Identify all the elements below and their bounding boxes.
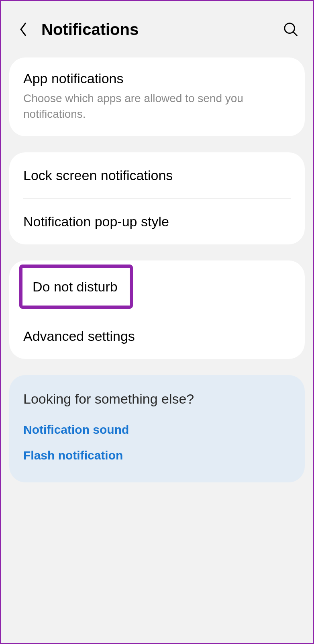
setting-title: App notifications xyxy=(23,70,291,87)
setting-title: Notification pop-up style xyxy=(23,213,291,230)
suggestions-heading: Looking for something else? xyxy=(23,391,291,407)
setting-app-notifications[interactable]: App notifications Choose which apps are … xyxy=(9,57,305,136)
card-advanced: Do not disturb Advanced settings xyxy=(9,260,305,359)
card-display-options: Lock screen notifications Notification p… xyxy=(9,152,305,244)
header: Notifications xyxy=(1,1,313,57)
svg-line-1 xyxy=(294,32,298,36)
card-app-notifications: App notifications Choose which apps are … xyxy=(9,57,305,136)
search-icon xyxy=(283,22,298,37)
back-button[interactable] xyxy=(13,19,33,39)
search-button[interactable] xyxy=(281,19,301,39)
setting-title: Do not disturb xyxy=(33,278,118,295)
setting-advanced-settings[interactable]: Advanced settings xyxy=(9,313,305,359)
setting-title: Lock screen notifications xyxy=(23,166,291,184)
link-notification-sound[interactable]: Notification sound xyxy=(23,423,291,437)
setting-notification-popup-style[interactable]: Notification pop-up style xyxy=(9,199,305,244)
chevron-left-icon xyxy=(18,21,28,37)
setting-title: Advanced settings xyxy=(23,327,291,345)
suggestions-card: Looking for something else? Notification… xyxy=(9,375,305,482)
link-flash-notification[interactable]: Flash notification xyxy=(23,449,291,462)
page-title: Notifications xyxy=(41,21,281,39)
setting-lock-screen-notifications[interactable]: Lock screen notifications xyxy=(9,152,305,198)
svg-point-0 xyxy=(285,23,295,33)
highlight-annotation: Do not disturb xyxy=(19,265,133,309)
setting-description: Choose which apps are allowed to send yo… xyxy=(23,90,291,122)
setting-do-not-disturb[interactable]: Do not disturb xyxy=(9,260,305,313)
